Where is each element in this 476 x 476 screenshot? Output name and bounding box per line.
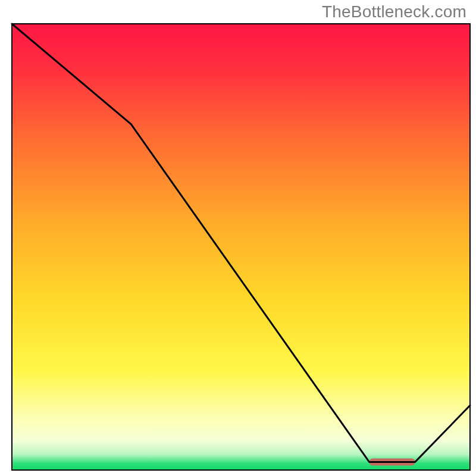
bottleneck-chart [0,0,476,476]
chart-container: TheBottleneck.com [0,0,476,476]
watermark-text: TheBottleneck.com [322,2,466,21]
plot-gradient-background [12,24,470,470]
